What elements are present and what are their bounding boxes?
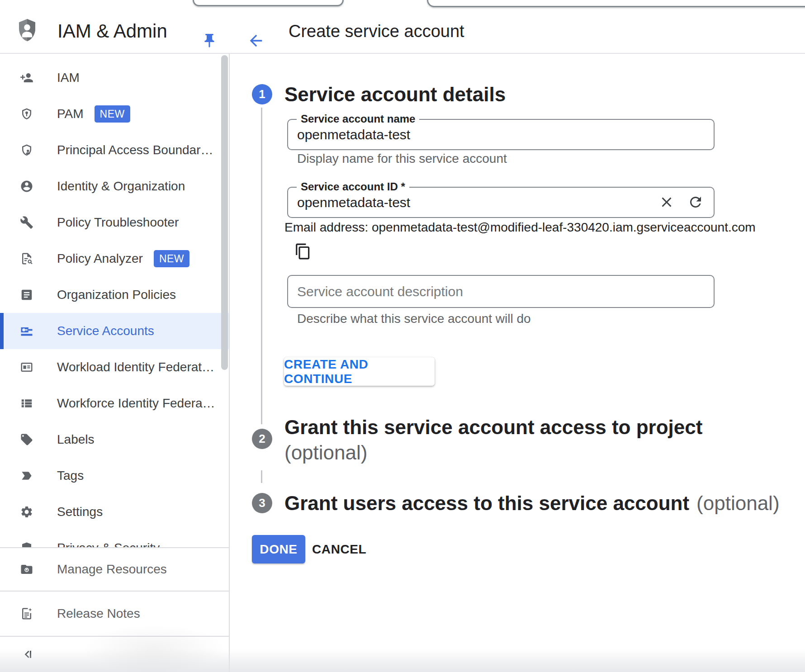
browser-chrome-fragment-right <box>427 0 805 7</box>
refresh-icon[interactable] <box>687 194 704 210</box>
step-number: 3 <box>259 496 265 510</box>
browser-chrome-fragment-left <box>193 0 344 6</box>
sidebar-item-tags[interactable]: Tags <box>0 458 229 494</box>
sidebar-item-iam[interactable]: IAM <box>0 60 229 96</box>
sidebar-item-policy-troubleshooter[interactable]: Policy Troubleshooter <box>0 204 229 241</box>
step-1-title: Service account details <box>284 84 506 104</box>
sidebar-item-label: PAM <box>57 107 84 121</box>
copy-icon[interactable] <box>294 243 312 260</box>
clear-icon[interactable] <box>658 194 675 210</box>
step-2-circle: 2 <box>252 429 272 449</box>
sidebar-item-label: Workload Identity Federat… <box>57 360 214 374</box>
sidebar-item-release-notes[interactable]: Release Notes <box>0 592 229 636</box>
service-account-key-icon <box>20 324 33 338</box>
article-icon <box>20 288 33 302</box>
folder-gear-icon <box>20 563 33 576</box>
sidebar-item-label: Labels <box>57 432 95 447</box>
sidebar-item-labels[interactable]: Labels <box>0 421 229 458</box>
sidebar-item-settings[interactable]: Settings <box>0 494 229 530</box>
step-1-circle: 1 <box>252 84 272 104</box>
stepper-line <box>261 108 262 424</box>
field-placeholder: Service account description <box>297 276 463 307</box>
sidebar-scrollbar[interactable] <box>221 55 228 370</box>
sidebar-item-principal-access-boundary[interactable]: Principal Access Boundar… <box>0 132 229 168</box>
sidebar-item-identity-organization[interactable]: Identity & Organization <box>0 168 229 204</box>
list-icon <box>20 397 33 410</box>
step-3-title-text: Grant users access to this service accou… <box>284 492 689 515</box>
sidebar-item-label: Tags <box>57 469 84 483</box>
email-address-text: Email address: openmetadata-test@modifie… <box>284 220 756 235</box>
shield-key-icon <box>20 107 33 121</box>
step-3-optional-label: (optional) <box>696 492 779 515</box>
sidebar-item-workload-identity-federation[interactable]: Workload Identity Federat… <box>0 349 229 385</box>
product-name: IAM & Admin <box>57 9 167 53</box>
step-number: 1 <box>259 87 265 101</box>
sidebar-border <box>229 53 230 672</box>
sidebar-item-label: Workforce Identity Federa… <box>57 396 215 411</box>
arrow-tag-icon <box>20 469 33 483</box>
sidebar-item-organization-policies[interactable]: Organization Policies <box>0 277 229 313</box>
stepper-line <box>261 470 262 483</box>
sidebar-item-label: Organization Policies <box>57 288 176 302</box>
done-button[interactable]: DONE <box>252 535 305 563</box>
step-number: 2 <box>259 432 265 446</box>
collapse-panel-icon <box>20 647 34 662</box>
step-2-optional-label: (optional) <box>284 442 367 463</box>
account-circle-icon <box>20 180 33 193</box>
sidebar-item-label: Release Notes <box>57 606 140 621</box>
person-add-icon <box>20 71 33 85</box>
sidebar-nav: IAM PAM NEW Principal Access Boundar… <box>0 53 230 672</box>
gear-icon <box>20 505 33 519</box>
cancel-button[interactable]: CANCEL <box>312 535 366 563</box>
service-account-name-field[interactable]: Service account name openmetadata-test <box>287 119 715 150</box>
step-3-title: Grant users access to this service accou… <box>284 493 780 513</box>
step-2-title: Grant this service account access to pro… <box>284 417 702 437</box>
sidebar-item-label: Principal Access Boundar… <box>57 143 213 157</box>
name-helper-text: Display name for this service account <box>297 151 507 166</box>
sidebar-item-workforce-identity-federation[interactable]: Workforce Identity Federa… <box>0 385 229 421</box>
new-badge: NEW <box>95 105 130 123</box>
sidebar-item-label: Manage Resources <box>57 562 167 577</box>
wrench-icon <box>20 216 33 229</box>
sidebar-item-service-accounts[interactable]: Service Accounts <box>0 313 229 349</box>
sidebar-item-label: Policy Analyzer <box>57 251 143 266</box>
shield-person-icon <box>20 143 33 157</box>
iam-shield-logo <box>16 18 38 44</box>
sidebar-collapse-button[interactable] <box>0 637 229 672</box>
card-icon <box>20 360 33 374</box>
app-header: IAM & Admin Create service account <box>0 9 805 54</box>
sidebar-item-label: Policy Troubleshooter <box>57 215 179 230</box>
step-3-circle: 3 <box>252 493 272 513</box>
sidebar-item-label: Settings <box>57 505 103 519</box>
sidebar-item-policy-analyzer[interactable]: Policy Analyzer NEW <box>0 241 229 277</box>
sidebar-item-label: IAM <box>57 71 80 85</box>
service-account-id-field[interactable]: Service account ID * openmetadata-test <box>287 187 715 218</box>
sidebar-item-manage-resources[interactable]: Manage Resources <box>0 548 229 591</box>
sidebar-item-label: Service Accounts <box>57 324 154 338</box>
service-account-description-field[interactable]: Service account description <box>287 275 715 308</box>
sidebar-item-label: Identity & Organization <box>57 179 185 194</box>
pin-icon[interactable] <box>201 33 218 49</box>
sidebar-items: IAM PAM NEW Principal Access Boundar… <box>0 60 229 566</box>
field-value: openmetadata-test <box>297 188 410 217</box>
new-badge: NEW <box>154 250 189 267</box>
tag-icon <box>20 433 33 446</box>
sidebar-item-pam[interactable]: PAM NEW <box>0 96 229 132</box>
create-service-account-page: IAM & Admin Create service account IAM <box>0 0 805 672</box>
description-helper-text: Describe what this service account will … <box>297 312 531 326</box>
page-title: Create service account <box>289 9 464 53</box>
doc-sparkle-icon <box>20 607 33 620</box>
field-value: openmetadata-test <box>297 120 410 149</box>
back-arrow-icon[interactable] <box>247 32 265 50</box>
doc-search-icon <box>20 252 33 265</box>
create-and-continue-button[interactable]: CREATE AND CONTINUE <box>284 357 435 386</box>
sidebar-footer: Manage Resources Release Notes <box>0 547 229 672</box>
